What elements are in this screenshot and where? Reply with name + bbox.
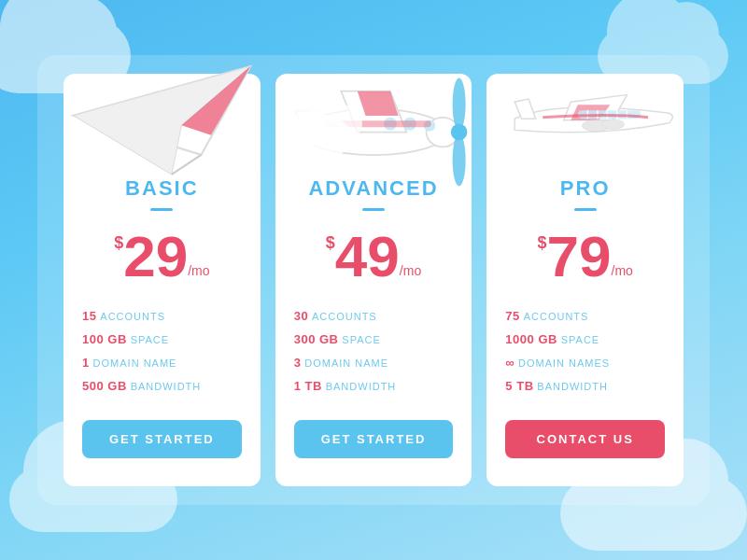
features-list: 30 ACCOUNTS 300 GB SPACE 3 DOMAIN NAME 1… [275,304,472,398]
feature-item: 300 GB SPACE [294,328,454,351]
feature-item: 500 GB BANDWIDTH [82,374,242,398]
pricing-card-pro: PRO $ 79 /mo 75 ACCOUNTS 1000 GB SPACE ∞… [486,74,684,486]
plan-name: PRO [560,176,611,201]
price-display: $ 79 /mo [538,228,633,286]
svg-point-7 [452,78,465,131]
jet-plane-icon [486,64,684,167]
price-period: /mo [188,263,209,278]
plan-divider [362,208,385,211]
plan-divider [150,208,173,211]
features-list: 75 ACCOUNTS 1000 GB SPACE ∞ DOMAIN NAMES… [486,304,684,398]
svg-point-8 [452,133,465,186]
feature-number: 15 [82,309,96,323]
feature-label: ACCOUNTS [100,311,165,322]
feature-item: ∞ DOMAIN NAMES [505,351,665,374]
feature-item: 75 ACCOUNTS [505,304,665,328]
price-amount: 29 [123,228,188,286]
feature-item: 1 DOMAIN NAME [82,351,242,374]
svg-marker-1 [74,66,251,175]
feature-label: BANDWIDTH [326,381,397,392]
feature-item: 30 ACCOUNTS [294,304,454,328]
cta-button-advanced[interactable]: GET STARTED [294,420,454,458]
price-dollar: $ [538,233,547,253]
feature-number: 75 [505,309,519,323]
feature-item: 5 TB BANDWIDTH [505,374,665,398]
cta-button-pro[interactable]: CONTACT US [505,420,665,458]
plan-divider [574,208,597,211]
feature-label: SPACE [342,334,380,345]
pricing-container: BASIC $ 29 /mo 15 ACCOUNTS 100 GB SPACE … [37,55,710,505]
cta-button-basic[interactable]: GET STARTED [82,420,242,458]
feature-number: 3 [294,356,302,370]
feature-number: ∞ [505,356,514,370]
features-list: 15 ACCOUNTS 100 GB SPACE 1 DOMAIN NAME 5… [63,304,261,398]
prop-plane-icon [275,64,472,167]
svg-line-3 [172,155,202,175]
price-display: $ 49 /mo [326,228,421,286]
price-period: /mo [400,263,421,278]
feature-number: 100 GB [82,332,127,346]
feature-number: 30 [294,309,308,323]
feature-label: ACCOUNTS [312,311,377,322]
feature-item: 100 GB SPACE [82,328,242,351]
paper-plane-icon [63,64,261,167]
price-display: $ 29 /mo [114,228,209,286]
feature-number: 1 [82,356,90,370]
feature-label: BANDWIDTH [537,381,608,392]
pricing-card-basic: BASIC $ 29 /mo 15 ACCOUNTS 100 GB SPACE … [63,74,261,486]
feature-item: 3 DOMAIN NAME [294,351,454,374]
feature-label: DOMAIN NAMES [518,357,610,369]
svg-point-23 [602,119,625,130]
price-period: /mo [612,263,633,278]
feature-label: SPACE [131,334,169,345]
feature-label: SPACE [561,334,599,345]
svg-point-18 [303,103,362,146]
feature-number: 1000 GB [505,332,557,346]
feature-number: 500 GB [82,379,127,393]
feature-label: DOMAIN NAME [304,357,388,369]
price-amount: 49 [335,228,400,286]
price-dollar: $ [114,233,123,253]
feature-label: DOMAIN NAME [93,357,177,369]
feature-label: ACCOUNTS [524,311,589,322]
pricing-card-advanced: ADVANCED $ 49 /mo 30 ACCOUNTS 300 GB SPA… [275,74,472,486]
feature-item: 1 TB BANDWIDTH [294,374,454,398]
feature-number: 5 TB [505,379,533,393]
svg-marker-21 [514,99,536,119]
price-dollar: $ [326,233,335,253]
feature-label: BANDWIDTH [131,381,202,392]
price-amount: 79 [547,228,612,286]
feature-number: 1 TB [294,379,322,393]
feature-item: 15 ACCOUNTS [82,304,242,328]
feature-number: 300 GB [294,332,339,346]
feature-item: 1000 GB SPACE [505,328,665,351]
